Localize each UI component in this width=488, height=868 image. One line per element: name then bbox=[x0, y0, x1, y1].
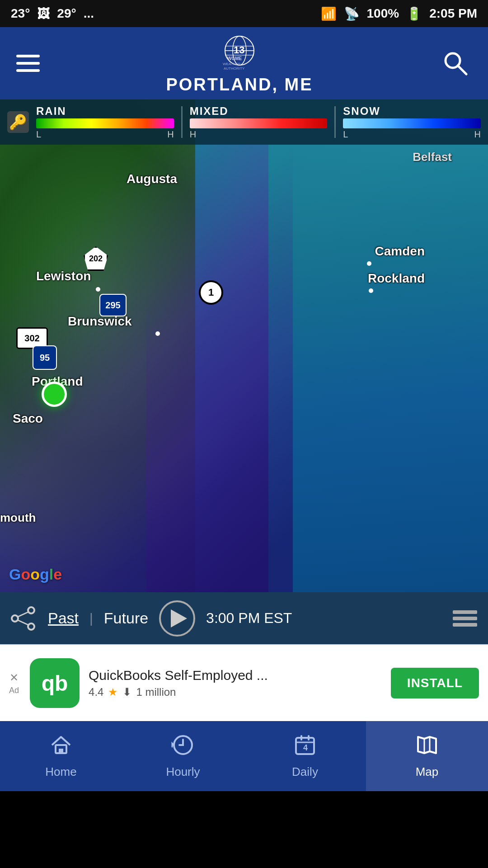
ad-install-button[interactable]: INSTALL bbox=[391, 668, 479, 698]
temp-right: 29° bbox=[57, 6, 76, 21]
svg-marker-25 bbox=[418, 737, 436, 753]
svg-point-12 bbox=[12, 615, 18, 622]
city-dot-lewiston bbox=[96, 287, 100, 292]
ad-info: QuickBooks Self-Employed ... 4.4 ★ ⬇ 1 m… bbox=[89, 668, 382, 698]
play-triangle-icon bbox=[171, 609, 187, 627]
snow-gradient bbox=[343, 118, 481, 128]
city-dot-brunswick bbox=[155, 331, 160, 336]
ad-banner: ✕ Ad qb QuickBooks Self-Employed ... 4.4… bbox=[0, 644, 488, 721]
status-right: 📶 📡 100% 🔋 2:05 PM bbox=[321, 6, 477, 21]
temp-left: 23° bbox=[11, 6, 30, 21]
mixed-lh: H bbox=[190, 129, 328, 140]
legend-divider-2 bbox=[334, 106, 336, 138]
mixed-gradient bbox=[190, 118, 328, 128]
status-bar: 23° 🖼 29° ... 📶 📡 100% 🔋 2:05 PM bbox=[0, 0, 488, 27]
svg-text:13: 13 bbox=[234, 44, 244, 56]
ad-app-icon: qb bbox=[30, 658, 80, 708]
clock-icon bbox=[171, 733, 195, 760]
ad-rating-value: 4.4 bbox=[89, 686, 103, 698]
legend-key-icon: 🔑 bbox=[7, 111, 29, 133]
nav-label-hourly: Hourly bbox=[166, 765, 200, 779]
mixed-label: MIXED bbox=[190, 105, 229, 118]
ad-rating-count: 1 million bbox=[136, 686, 176, 698]
nav-item-hourly[interactable]: Hourly bbox=[122, 721, 244, 791]
share-button[interactable] bbox=[7, 603, 39, 634]
timeline-future-button[interactable]: Future bbox=[104, 609, 148, 627]
snow-lh: L H bbox=[343, 129, 481, 140]
city-label-belfast: Belfast bbox=[413, 150, 452, 164]
status-left: 23° 🖼 29° ... bbox=[11, 6, 94, 21]
nav-item-home[interactable]: Home bbox=[0, 721, 122, 791]
logo-svg: 13 WGME WEATHER AUTHORITY bbox=[215, 33, 264, 72]
ad-rating: 4.4 ★ ⬇ 1 million bbox=[89, 686, 382, 698]
road-sign-202: 202 bbox=[84, 246, 108, 271]
svg-point-11 bbox=[28, 607, 34, 613]
timeline-center: Past | Future 3:00 PM EST bbox=[48, 600, 440, 637]
app-header: 13 WGME WEATHER AUTHORITY PORTLAND, ME bbox=[0, 27, 488, 99]
time-display: 2:05 PM bbox=[429, 6, 477, 21]
svg-text:WGME: WGME bbox=[227, 56, 242, 61]
map-bg: Belfast Augusta Camden Rockland Lewiston… bbox=[0, 145, 488, 592]
svg-text:WEATHER: WEATHER bbox=[223, 62, 241, 66]
road-sign-95: 95 bbox=[33, 345, 57, 370]
city-label-augusta: Augusta bbox=[127, 172, 177, 186]
timeline-bar: Past | Future 3:00 PM EST bbox=[0, 592, 488, 644]
ad-close-button[interactable]: ✕ bbox=[9, 671, 19, 684]
city-label-lewiston: Lewiston bbox=[36, 269, 91, 283]
svg-text:AUTHORITY: AUTHORITY bbox=[224, 66, 245, 71]
home-icon bbox=[49, 733, 73, 760]
city-label-rockland: Rockland bbox=[368, 271, 425, 286]
battery-icon: 🔋 bbox=[406, 6, 422, 21]
photo-icon: 🖼 bbox=[37, 6, 50, 21]
search-icon bbox=[441, 49, 470, 78]
road-sign-1: 1 bbox=[199, 280, 223, 305]
timeline-divider: | bbox=[89, 611, 93, 626]
ad-icon-text: qb bbox=[42, 671, 68, 696]
legend-snow: SNOW L H bbox=[343, 105, 481, 140]
layers-icon bbox=[453, 623, 477, 627]
city-label-camden: Camden bbox=[375, 244, 425, 259]
rain-lh: L H bbox=[36, 129, 174, 140]
wifi-icon: 📶 bbox=[321, 6, 337, 21]
layers-icon bbox=[453, 610, 477, 614]
layers-button[interactable] bbox=[449, 603, 481, 634]
snow-label: SNOW bbox=[343, 105, 380, 118]
battery-pct: 100% bbox=[367, 6, 399, 21]
city-dot-rockland bbox=[369, 288, 373, 293]
svg-line-14 bbox=[18, 612, 28, 617]
bottom-nav: Home Hourly 4 Daily bbox=[0, 721, 488, 791]
header-center: 13 WGME WEATHER AUTHORITY PORTLAND, ME bbox=[166, 33, 313, 94]
search-button[interactable] bbox=[439, 47, 472, 80]
nav-item-map[interactable]: Map bbox=[366, 721, 488, 791]
google-watermark: Google bbox=[9, 566, 62, 583]
svg-line-10 bbox=[458, 66, 466, 74]
play-button[interactable] bbox=[159, 600, 195, 637]
nav-item-daily[interactable]: 4 Daily bbox=[244, 721, 366, 791]
nav-label-home: Home bbox=[45, 765, 76, 779]
city-name: PORTLAND, ME bbox=[166, 75, 313, 94]
app-logo: 13 WGME WEATHER AUTHORITY bbox=[212, 33, 267, 73]
layers-icon bbox=[453, 617, 477, 620]
menu-button[interactable] bbox=[16, 55, 40, 72]
legend-divider-1 bbox=[181, 106, 183, 138]
svg-text:4: 4 bbox=[303, 743, 308, 752]
star-icon: ★ bbox=[108, 686, 118, 698]
city-dot-camden bbox=[367, 261, 371, 266]
ad-badge: ✕ Ad bbox=[9, 671, 19, 695]
signal-icon: 📡 bbox=[344, 6, 360, 21]
ad-download-icon: ⬇ bbox=[122, 686, 131, 698]
rain-gradient bbox=[36, 118, 174, 128]
map-area[interactable]: 🔑 RAIN L H MIXED H SNOW L H bbox=[0, 99, 488, 592]
ad-label: Ad bbox=[9, 686, 19, 695]
legend-bar: 🔑 RAIN L H MIXED H SNOW L H bbox=[0, 99, 488, 145]
svg-rect-17 bbox=[59, 749, 63, 753]
nav-label-map: Map bbox=[416, 765, 439, 779]
timeline-past-button[interactable]: Past bbox=[48, 609, 79, 627]
calendar-icon: 4 bbox=[293, 733, 317, 760]
portland-location-dot bbox=[42, 382, 67, 407]
ellipsis: ... bbox=[84, 6, 94, 21]
city-label-mouth: mouth bbox=[0, 511, 36, 525]
share-icon bbox=[9, 605, 37, 632]
map-icon bbox=[415, 733, 439, 760]
svg-point-13 bbox=[28, 623, 34, 630]
